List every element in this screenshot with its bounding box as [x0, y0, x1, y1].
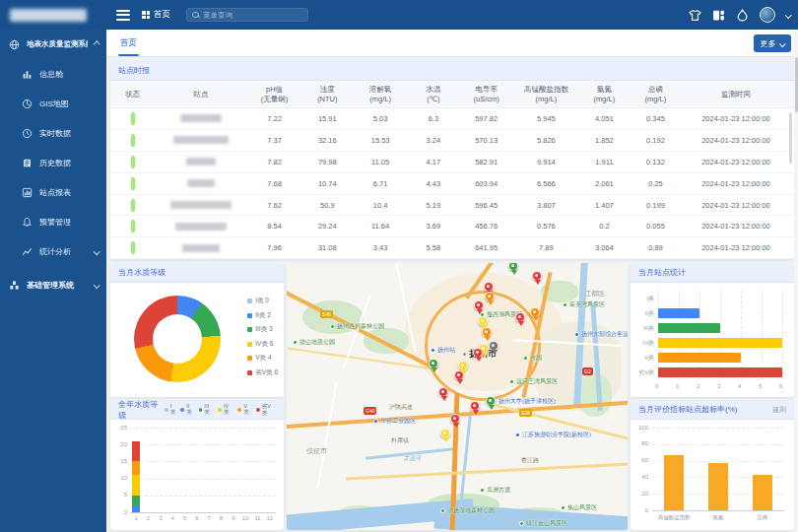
- station-marker[interactable]: [478, 316, 488, 326]
- table-row[interactable]: 8.5429.2411.643.69456.760.5760.20.055202…: [110, 216, 794, 237]
- theme-skin-icon[interactable]: [689, 9, 701, 22]
- menu-toggle-icon[interactable]: [116, 10, 130, 21]
- station-report-panel: 站点时报 状态站点pH值(无量纲)浊度(NTU)溶解氧(mg/L)水温(℃)电导…: [110, 61, 794, 259]
- time-cell: 2024-01-23 12:00:00: [681, 136, 790, 145]
- sidebar-root-surface-water-system[interactable]: 地表水质量监测系统: [0, 30, 106, 59]
- legend-item[interactable]: IV类: [218, 403, 233, 416]
- masked-text: [187, 179, 215, 187]
- annual-legend: I类II类III类IV类V类劣V类: [165, 403, 276, 417]
- value-cell: 6.71: [353, 179, 408, 188]
- x-tick-label: 4: [168, 515, 176, 521]
- column-header: 电导率(uS/cm): [459, 85, 514, 103]
- station-marker[interactable]: [458, 361, 468, 370]
- station-marker[interactable]: [484, 282, 494, 292]
- legend-item[interactable]: V类: [237, 403, 252, 416]
- topnav-home-label: 首页: [154, 9, 170, 21]
- sidebar-item-4[interactable]: 站点报表: [0, 177, 106, 207]
- legend-item[interactable]: V类 4: [247, 354, 278, 363]
- map-label: 古运河: [403, 454, 421, 463]
- user-avatar[interactable]: [760, 7, 775, 23]
- user-menu-chevron-icon[interactable]: [785, 12, 791, 18]
- legend-item[interactable]: 劣V类: [256, 403, 276, 417]
- station-marker[interactable]: [450, 414, 460, 424]
- table-row[interactable]: 7.3732.1615.533.24570.135.8261.8520.1922…: [110, 130, 794, 152]
- value-cell: 4.17: [408, 158, 459, 166]
- table-row[interactable]: 7.6810.746.714.43603.946.5662.0610.25202…: [110, 173, 794, 195]
- page-scrollbar[interactable]: [794, 30, 798, 532]
- topnav-home[interactable]: 首页: [142, 9, 170, 21]
- legend-item[interactable]: I类: [165, 403, 177, 416]
- station-marker[interactable]: [482, 327, 492, 337]
- sidebar-item-6[interactable]: 统计分析: [0, 236, 106, 266]
- map[interactable]: G40S49S28G2 扬州市江都区仪征市扬州西郊森林公园捺山地质公园茱萸湾风景…: [287, 263, 628, 530]
- x-tick-label: 6: [193, 515, 201, 521]
- legend-item[interactable]: 劣V类 6: [247, 368, 278, 377]
- station-marker[interactable]: [470, 401, 480, 411]
- map-label: 江苏旅游职业学院(新校区): [515, 431, 591, 439]
- layout-screen-icon[interactable]: [712, 9, 725, 22]
- legend-item[interactable]: II类: [180, 403, 194, 416]
- menu-search[interactable]: [186, 8, 308, 22]
- status-cell: [110, 201, 155, 210]
- topbar: 首页: [0, 0, 798, 30]
- value-cell: 0.25: [630, 179, 681, 188]
- tab-home[interactable]: 首页: [120, 30, 137, 56]
- legend-item[interactable]: III类: [199, 403, 215, 416]
- gridline: [699, 291, 700, 379]
- monthly-station-stats-panel: 当月站点统计 0123456I类II类III类IV类V类劣V类: [631, 263, 794, 397]
- legend-item[interactable]: I类 0: [247, 297, 278, 305]
- legend-item[interactable]: IV类 6: [247, 340, 278, 349]
- value-cell: 15.91: [301, 114, 353, 123]
- legend-item[interactable]: III类 3: [247, 325, 278, 334]
- page-scrollbar-thumb[interactable]: [795, 57, 798, 112]
- sidebar-item-2[interactable]: 实时数据: [0, 118, 106, 148]
- table-row[interactable]: 7.9631.083.435.58641.957.893.0640.892024…: [110, 237, 794, 259]
- more-button[interactable]: 更多: [754, 34, 792, 52]
- time-cell: 2024-01-23 12:00:00: [681, 179, 790, 188]
- sidebar-item-5[interactable]: 预警管理: [0, 207, 106, 236]
- station-marker[interactable]: [454, 370, 464, 380]
- value-cell: 15.53: [353, 136, 408, 145]
- station-marker[interactable]: [508, 263, 518, 271]
- sidebar-item-1[interactable]: GIS地图: [0, 89, 106, 118]
- station-marker[interactable]: [532, 271, 542, 281]
- y-tick-label: 25: [120, 425, 127, 431]
- sidebar-secondary-label: 基础管理系统: [27, 280, 88, 291]
- map-label-text: 古运河: [403, 454, 421, 463]
- sidebar-root-base-management[interactable]: 基础管理系统: [0, 270, 106, 299]
- x-tick-label: 2: [145, 515, 153, 521]
- station-marker[interactable]: [473, 348, 483, 358]
- exceed-rate-panel: 当月评价指标站点超标率(%) 规则 020406080100高锰酸盐指数氨氮总磷: [631, 400, 794, 530]
- map-shape: [346, 462, 628, 480]
- road-shield: S49: [320, 310, 333, 318]
- poi-icon: [373, 419, 378, 424]
- station-marker[interactable]: [515, 312, 525, 322]
- station-marker[interactable]: [440, 429, 450, 438]
- station-marker[interactable]: [438, 387, 448, 397]
- legend-item[interactable]: II类 2: [247, 311, 278, 320]
- station-marker[interactable]: [429, 359, 438, 368]
- table-row[interactable]: 7.2215.915.036.3597.825.9454.0510.345202…: [110, 108, 794, 130]
- y-tick-label: 0: [636, 507, 648, 513]
- station-marker[interactable]: [474, 300, 484, 310]
- value-cell: 7.96: [247, 243, 302, 252]
- value-cell: 9.914: [513, 158, 578, 166]
- legend-label: V类: [243, 403, 252, 416]
- station-marker[interactable]: [530, 307, 540, 317]
- flame-icon[interactable]: [736, 9, 749, 22]
- x-tick-label: 7: [205, 515, 213, 521]
- table-row[interactable]: 7.6250.910.45.19596.453.8071.4070.199202…: [110, 195, 794, 217]
- sidebar-item-3[interactable]: 历史数据: [0, 148, 106, 177]
- value-cell: 3.69: [408, 222, 459, 231]
- map-label: 春江路: [521, 456, 539, 465]
- menu-search-input[interactable]: [203, 11, 302, 20]
- status-cell: [110, 179, 155, 188]
- station-marker[interactable]: [486, 396, 496, 406]
- station-marker[interactable]: [485, 292, 495, 301]
- station-marker[interactable]: [489, 341, 499, 351]
- table-scrollbar[interactable]: [789, 112, 793, 164]
- table-row[interactable]: 7.8279.9811.054.17582.919.9141.9110.1322…: [110, 152, 794, 173]
- road-shield: G2: [582, 367, 593, 375]
- rules-link[interactable]: 规则: [772, 405, 786, 415]
- sidebar-item-0[interactable]: 信息舱: [0, 59, 106, 89]
